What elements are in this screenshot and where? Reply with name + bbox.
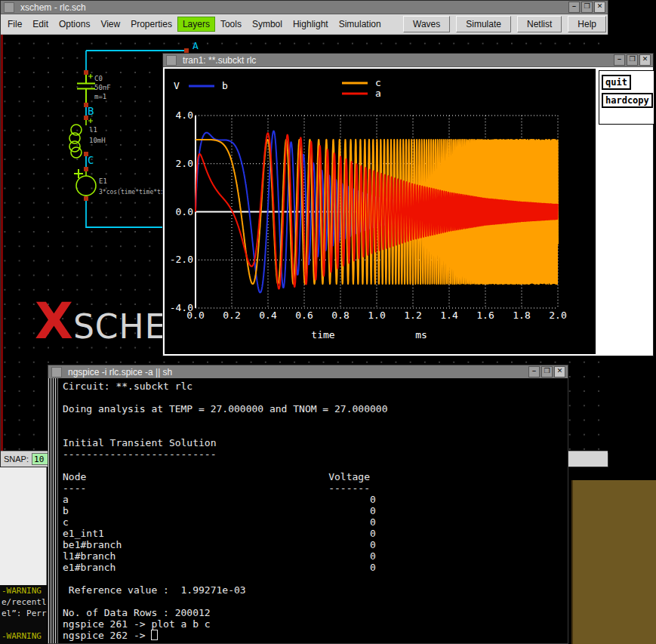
help-button[interactable]: Help — [568, 16, 606, 32]
svg-text:-4.0: -4.0 — [170, 302, 193, 313]
waveform-plot: 0.00.20.40.60.81.01.21.41.61.82.04.02.00… — [165, 69, 596, 354]
svg-text:-2.0: -2.0 — [170, 254, 193, 265]
xschem-menubar: File Edit Options View Properties Layers… — [1, 14, 608, 35]
menu-tools[interactable]: Tools — [215, 17, 247, 32]
hardcopy-button[interactable]: hardcopy — [602, 93, 653, 108]
svg-text:b: b — [222, 80, 228, 91]
terminal-cursor — [151, 630, 158, 640]
window-menu-icon[interactable] — [4, 2, 14, 13]
quit-button[interactable]: quit — [602, 75, 631, 90]
waveform-svg: 0.00.20.40.60.81.01.21.41.61.82.04.02.00… — [165, 69, 596, 354]
window-menu-icon[interactable] — [166, 55, 177, 66]
minimize-icon[interactable]: – — [568, 2, 580, 13]
maximize-icon[interactable]: ❒ — [541, 366, 553, 377]
svg-text:a: a — [375, 88, 381, 99]
node-label-a[interactable]: A — [192, 40, 199, 51]
close-icon[interactable]: ✕ — [639, 54, 651, 66]
svg-text:1.6: 1.6 — [476, 310, 494, 321]
svg-text:0.6: 0.6 — [295, 310, 313, 321]
svg-text:2.0: 2.0 — [549, 310, 566, 321]
menu-layers[interactable]: Layers — [177, 17, 215, 32]
menu-highlight[interactable]: Highlight — [288, 17, 334, 32]
plot-button-panel: quit hardcopy — [599, 70, 654, 125]
xschem-titlebar[interactable]: xschem - rlc.sch – ❒ ✕ — [1, 1, 608, 14]
desktop-brown-area — [571, 480, 656, 644]
simulate-button[interactable]: Simulate — [456, 16, 511, 32]
logo-x: X — [35, 292, 73, 350]
node-label-b[interactable]: B — [88, 105, 94, 117]
svg-text:ms: ms — [415, 329, 427, 340]
warning-line: e/recently — [2, 596, 47, 608]
maximize-icon[interactable]: ❒ — [581, 2, 593, 13]
menu-symbol[interactable]: Symbol — [247, 17, 288, 32]
svg-text:V: V — [174, 80, 180, 91]
svg-text:0.8: 0.8 — [331, 310, 349, 321]
node-label-c[interactable]: C — [88, 154, 94, 166]
voltage-source-symbol[interactable] — [74, 169, 96, 199]
warning-line: -WARNING — [2, 630, 47, 642]
svg-text:time: time — [311, 329, 334, 340]
snap-label: SNAP: — [4, 454, 29, 464]
svg-text:0.4: 0.4 — [259, 310, 277, 321]
plot-titlebar[interactable]: tran1: **.subckt rlc – ❒ ✕ — [163, 54, 653, 67]
warning-line — [2, 619, 47, 630]
svg-text:c: c — [375, 77, 381, 88]
minimize-icon[interactable]: – — [614, 54, 625, 66]
terminal-output: Circuit: **.subckt rlc Doing analysis at… — [63, 381, 387, 641]
cap-attr: m=1 — [94, 93, 106, 100]
plot-window: tran1: **.subckt rlc – ❒ ✕ 0.00.20.40.60… — [162, 53, 654, 356]
ind-ref: l1 — [89, 126, 97, 134]
warning-line: -WARNING — [2, 585, 47, 596]
desktop: { "xschem": { "title": "xschem - rlc.sch… — [0, 0, 656, 644]
svg-text:0.0: 0.0 — [176, 206, 193, 217]
background-warning-terminal: -WARNINGe/recentlyel”: Perr -WARNING — [0, 585, 47, 644]
capacitor-symbol[interactable] — [77, 74, 95, 103]
close-icon[interactable]: ✕ — [594, 2, 605, 13]
plot-content: 0.00.20.40.60.81.01.21.41.61.82.04.02.00… — [163, 67, 653, 356]
terminal-window-title: ngspice -i rlc.spice -a || sh — [68, 367, 528, 377]
svg-text:1.8: 1.8 — [513, 310, 530, 321]
svg-text:1.4: 1.4 — [440, 310, 458, 321]
menu-view[interactable]: View — [95, 17, 125, 32]
cap-value: 50nF — [94, 84, 111, 91]
terminal-titlebar[interactable]: ngspice -i rlc.spice -a || sh – ❒ ✕ — [48, 365, 568, 379]
menu-properties[interactable]: Properties — [125, 17, 177, 32]
background-window-fragment — [0, 467, 47, 585]
svg-text:4.0: 4.0 — [176, 109, 193, 121]
terminal-scrollbar[interactable] — [48, 378, 58, 643]
menu-simulation[interactable]: Simulation — [334, 17, 387, 32]
svg-text:1.2: 1.2 — [404, 310, 421, 321]
svg-text:2.0: 2.0 — [176, 158, 193, 169]
terminal-body[interactable]: Circuit: **.subckt rlc Doing analysis at… — [58, 378, 568, 643]
ngspice-terminal-window: ngspice -i rlc.spice -a || sh – ❒ ✕ Circ… — [48, 365, 568, 644]
src-ref: E1 — [99, 177, 107, 185]
minimize-icon[interactable]: – — [528, 366, 540, 377]
close-icon[interactable]: ✕ — [554, 366, 565, 377]
menu-file[interactable]: File — [2, 17, 27, 32]
cap-ref: C0 — [94, 75, 103, 82]
window-menu-icon[interactable] — [51, 367, 62, 377]
ind-value: 10mH — [89, 137, 106, 144]
plot-window-title: tran1: **.subckt rlc — [183, 55, 614, 66]
svg-text:0.2: 0.2 — [223, 310, 240, 321]
xschem-window-title: xschem - rlc.sch — [20, 2, 568, 13]
menu-edit[interactable]: Edit — [27, 17, 54, 32]
menu-options[interactable]: Options — [54, 17, 95, 32]
svg-text:1.0: 1.0 — [368, 310, 385, 321]
maximize-icon[interactable]: ❒ — [627, 54, 638, 66]
netlist-button[interactable]: Netlist — [517, 16, 562, 32]
waves-button[interactable]: Waves — [403, 16, 450, 32]
warning-line: el”: Perr — [2, 608, 47, 619]
